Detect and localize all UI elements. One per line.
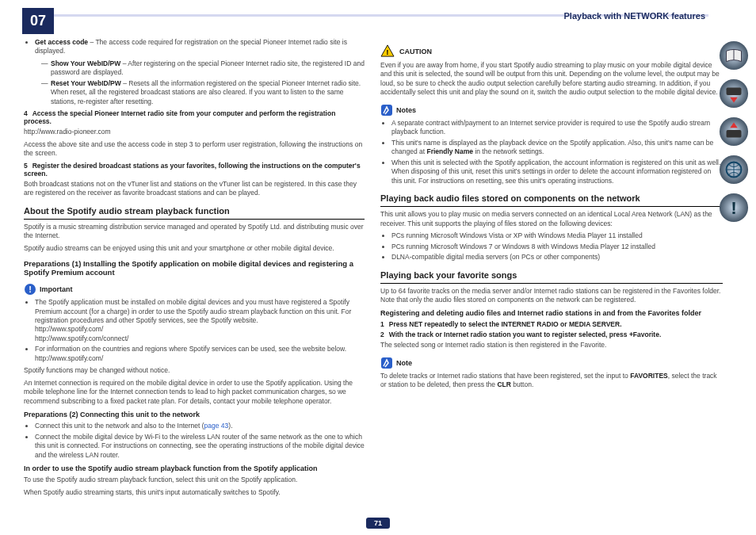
step5-desc: Both broadcast stations not on the vTune… [24, 180, 365, 198]
important-icon: ! [24, 283, 36, 296]
spotify-connection-note: An Internet connection is required on th… [24, 379, 365, 406]
device-up-icon[interactable] [718, 116, 750, 147]
exclaim-icon[interactable]: ! [718, 192, 750, 224]
header-post: features [669, 11, 705, 21]
network-playback-desc: This unit allows you to play music on me… [380, 210, 723, 228]
book-icon[interactable] [718, 40, 750, 71]
rule [380, 206, 723, 207]
page-link-43[interactable]: page 43 [204, 422, 229, 430]
step-4: 4Access the special Pioneer Internet rad… [24, 109, 365, 125]
inorder-p1: To use the Spotify audio stream playback… [24, 476, 365, 484]
notes-callout: Notes [380, 104, 723, 117]
heading-spotify: About the Spotify audio stream playback … [24, 206, 365, 216]
device-arrow-icon[interactable] [718, 78, 750, 109]
heading-prep1: Preparations (1) Installing the Spotify … [24, 259, 365, 277]
caution-text: Even if you are away from home, if you s… [380, 61, 723, 97]
svg-rect-5 [727, 130, 742, 138]
page-number: 71 [366, 518, 390, 529]
svg-rect-3 [727, 87, 742, 95]
prep2-item-2: Connect the mobile digital device by Wi-… [35, 433, 365, 460]
net-device-2: PCs running Microsoft Windows 7 or Windo… [391, 243, 723, 251]
heading-in-order: In order to use the Spotify audio stream… [24, 464, 365, 472]
svg-text:!: ! [29, 285, 32, 294]
important-callout: ! Important [24, 283, 365, 296]
spotify-desc1: Spotify is a music streaming distributio… [24, 223, 365, 241]
rule [380, 283, 723, 284]
sidebar-icons: ! [718, 40, 751, 230]
chapter-number: 07 [22, 8, 54, 34]
important-item-1: The Spotify application must be installe… [35, 298, 365, 343]
item-get-access-code: Get access code [35, 38, 88, 46]
net-device-1: PCs running Microsoft Windows Vista or X… [391, 231, 723, 240]
header-title: Playback with NETWORK features [564, 11, 706, 21]
svg-text:!: ! [386, 48, 388, 56]
item-show-webid: Show Your WebID/PW [51, 59, 120, 67]
caution-icon: ! [380, 44, 395, 59]
url-radio-pioneer: http://www.radio-pioneer.com [24, 128, 365, 136]
heading-network-playback: Playing back audio files stored on compo… [380, 193, 723, 203]
notes-icon [380, 104, 393, 117]
step4-desc: Access the above site and use the access… [24, 140, 365, 159]
note-item-1: A separate contract with/payment to an I… [391, 119, 723, 137]
delete-note: To delete tracks or Internet radio stati… [380, 372, 723, 390]
prep2-item-1: Connect this unit to the network and als… [35, 422, 365, 430]
heading-register: Registering and deleting audio files and… [380, 309, 723, 317]
note-item-3: When this unit is selected with the Spot… [391, 159, 723, 185]
fav-step-1: 1Press NET repeatedly to select the INTE… [380, 320, 723, 328]
spotify-change-notice: Spotify functions may be changed without… [24, 366, 365, 375]
inorder-p2: When Spotify audio streaming starts, thi… [24, 488, 365, 497]
rule [24, 219, 365, 220]
important-item-2: For information on the countries and reg… [35, 345, 365, 363]
item-reset-webid: Reset Your WebID/PW [51, 79, 121, 87]
heading-favorites: Playing back your favorite songs [380, 270, 723, 280]
note-icon [380, 357, 393, 369]
favorites-desc: Up to 64 favorite tracks on the media se… [380, 287, 723, 305]
caution-callout: ! CAUTION [380, 44, 723, 59]
header-net: NETWORK [624, 11, 669, 21]
step-5: 5Register the desired broadcast stations… [24, 162, 365, 178]
fav-step-2: 2With the track or Internet radio statio… [380, 331, 723, 338]
globe-icon[interactable] [718, 154, 750, 185]
spotify-desc2: Spotify audio streams can be enjoyed usi… [24, 244, 365, 253]
fav-selected-desc: The selected song or Internet radio stat… [380, 341, 723, 350]
header-pre: Playback with [564, 11, 624, 21]
heading-prep2: Preparations (2) Connecting this unit to… [24, 411, 365, 418]
svg-text:!: ! [731, 197, 737, 218]
note-item-2: This unit's name is displayed as the pla… [391, 139, 723, 157]
note-callout: Note [380, 357, 723, 369]
net-device-3: DLNA-compatible digital media servers (o… [391, 253, 723, 262]
